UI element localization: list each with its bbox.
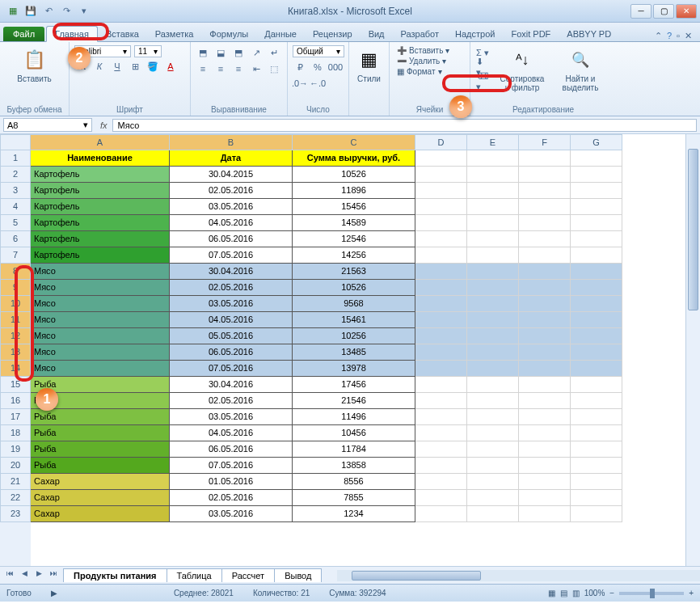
cell[interactable] bbox=[571, 296, 622, 312]
cell[interactable] bbox=[415, 344, 467, 361]
italic-button[interactable]: К bbox=[92, 59, 107, 74]
styles-button[interactable]: ▦ Стили bbox=[354, 45, 384, 85]
cell[interactable]: Мясо bbox=[31, 361, 170, 377]
cell[interactable]: Сахар bbox=[31, 474, 170, 490]
sheet-last-button[interactable]: ⏭ bbox=[47, 569, 60, 582]
sheet-next-button[interactable]: ▶ bbox=[32, 569, 45, 582]
zoom-out-button[interactable]: − bbox=[609, 589, 614, 597]
cell[interactable]: Сахар bbox=[31, 490, 170, 506]
tab-foxit[interactable]: Foxit PDF bbox=[503, 27, 559, 41]
row-header[interactable]: 22 bbox=[0, 490, 31, 506]
clear-button[interactable]: ⌫ ▾ bbox=[475, 74, 490, 89]
save-button[interactable]: 💾 bbox=[24, 5, 37, 18]
cell[interactable] bbox=[519, 328, 571, 344]
decrease-indent-button[interactable]: ⇤ bbox=[249, 61, 264, 76]
cell[interactable]: 13858 bbox=[293, 458, 415, 474]
cell[interactable]: 02.05.2016 bbox=[170, 280, 293, 296]
number-format-combo[interactable]: Общий▾ bbox=[293, 45, 344, 57]
cell[interactable]: 21563 bbox=[293, 264, 415, 280]
row-header[interactable]: 7 bbox=[0, 247, 31, 264]
sort-filter-button[interactable]: ᴬ↓ Сортировка и фильтр bbox=[495, 45, 550, 94]
zoom-level[interactable]: 100% bbox=[584, 589, 605, 597]
cell[interactable] bbox=[415, 506, 467, 522]
cell[interactable]: Картофель bbox=[31, 167, 170, 183]
cell[interactable]: 01.05.2016 bbox=[170, 474, 293, 490]
qat-dropdown-icon[interactable]: ▾ bbox=[78, 5, 91, 18]
cell[interactable] bbox=[415, 231, 467, 247]
cell[interactable]: Мясо bbox=[31, 296, 170, 312]
row-header[interactable]: 13 bbox=[0, 344, 31, 361]
cell[interactable] bbox=[519, 425, 571, 441]
horizontal-scrollbar[interactable] bbox=[337, 570, 700, 581]
cell[interactable] bbox=[571, 312, 622, 328]
row-header[interactable]: 16 bbox=[0, 393, 31, 409]
cell[interactable] bbox=[519, 199, 571, 215]
cell[interactable]: Рыба bbox=[31, 409, 170, 425]
cell[interactable] bbox=[415, 409, 467, 425]
column-header[interactable]: C bbox=[293, 134, 415, 150]
row-header[interactable]: 23 bbox=[0, 506, 31, 522]
cell[interactable] bbox=[467, 361, 519, 377]
cell[interactable]: 10256 bbox=[293, 328, 415, 344]
cell[interactable] bbox=[519, 441, 571, 458]
cell[interactable] bbox=[519, 264, 571, 280]
sheet-prev-button[interactable]: ◀ bbox=[18, 569, 31, 582]
tab-file[interactable]: Файл bbox=[3, 27, 44, 41]
window-restore-icon[interactable]: ▫ bbox=[677, 31, 680, 41]
align-left-button[interactable]: ≡ bbox=[196, 61, 210, 76]
cell[interactable] bbox=[571, 344, 622, 361]
cell[interactable] bbox=[467, 215, 519, 231]
cell[interactable]: 02.05.2016 bbox=[170, 183, 293, 199]
cell[interactable]: 9568 bbox=[293, 296, 415, 312]
cell[interactable] bbox=[571, 425, 622, 441]
view-layout-icon[interactable]: ▤ bbox=[560, 589, 567, 597]
cell[interactable] bbox=[519, 183, 571, 199]
view-normal-icon[interactable]: ▦ bbox=[548, 589, 555, 597]
cell[interactable] bbox=[571, 167, 622, 183]
cell[interactable]: 30.04.2016 bbox=[170, 264, 293, 280]
minimize-button[interactable]: ─ bbox=[630, 4, 652, 19]
cell[interactable] bbox=[415, 393, 467, 409]
cell[interactable]: 10526 bbox=[293, 280, 415, 296]
cell[interactable] bbox=[571, 393, 622, 409]
tab-view[interactable]: Вид bbox=[361, 27, 393, 41]
cell[interactable]: 06.05.2016 bbox=[170, 231, 293, 247]
row-header[interactable]: 3 bbox=[0, 183, 31, 199]
sheet-tab[interactable]: Рассчет bbox=[221, 568, 276, 582]
zoom-in-button[interactable]: + bbox=[689, 589, 694, 597]
cell[interactable] bbox=[519, 506, 571, 522]
formula-input[interactable]: Мясо bbox=[112, 119, 697, 132]
cell[interactable] bbox=[467, 328, 519, 344]
column-header[interactable]: G bbox=[571, 134, 622, 150]
cell[interactable] bbox=[571, 199, 622, 215]
cell[interactable] bbox=[467, 183, 519, 199]
align-bottom-button[interactable]: ⬒ bbox=[231, 45, 246, 60]
cell[interactable]: Рыба bbox=[31, 458, 170, 474]
close-button[interactable]: ✕ bbox=[676, 4, 697, 19]
tab-developer[interactable]: Разработ bbox=[393, 27, 447, 41]
cell[interactable] bbox=[415, 264, 467, 280]
tab-home[interactable]: Главная bbox=[46, 26, 98, 42]
tab-addins[interactable]: Надстрой bbox=[447, 27, 503, 41]
tab-data[interactable]: Данные bbox=[256, 27, 305, 41]
cell[interactable] bbox=[571, 377, 622, 393]
name-box[interactable]: A8▾ bbox=[3, 118, 92, 132]
cell[interactable]: 02.05.2016 bbox=[170, 490, 293, 506]
view-break-icon[interactable]: ▥ bbox=[572, 589, 580, 597]
merge-button[interactable]: ⬚ bbox=[267, 61, 281, 76]
cell[interactable] bbox=[467, 409, 519, 425]
header-cell[interactable]: Дата bbox=[170, 150, 293, 167]
underline-button[interactable]: Ч bbox=[110, 59, 124, 74]
cell[interactable] bbox=[415, 183, 467, 199]
row-header[interactable]: 11 bbox=[0, 312, 31, 328]
cell[interactable] bbox=[415, 490, 467, 506]
comma-button[interactable]: 000 bbox=[328, 60, 343, 74]
orientation-button[interactable]: ↗ bbox=[249, 45, 264, 60]
row-header[interactable]: 1 bbox=[0, 150, 31, 167]
tab-abbyy[interactable]: ABBYY PD bbox=[559, 27, 619, 41]
cell[interactable] bbox=[467, 280, 519, 296]
sheet-tab[interactable]: Продукты питания bbox=[63, 568, 167, 582]
cell[interactable] bbox=[467, 264, 519, 280]
cell[interactable] bbox=[571, 183, 622, 199]
increase-decimal-button[interactable]: .0→ bbox=[293, 76, 307, 91]
